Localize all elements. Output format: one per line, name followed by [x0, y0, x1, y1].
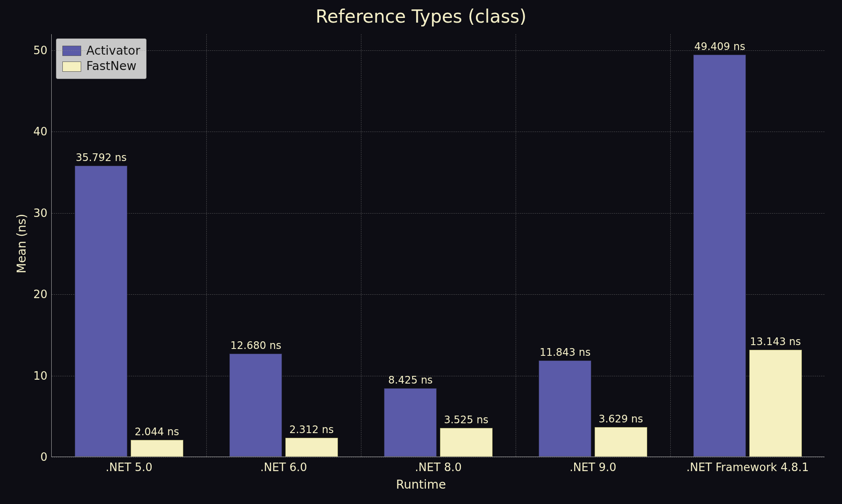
x-tick-label: .NET 6.0	[260, 457, 307, 474]
chart-title: Reference Types (class)	[0, 6, 842, 27]
grid-line	[516, 34, 516, 457]
bar-value-label: 12.680 ns	[230, 340, 281, 352]
legend-label-fastnew: FastNew	[86, 59, 136, 74]
y-tick-label: 30	[33, 207, 52, 220]
y-axis-label: Mean (ns)	[15, 214, 29, 273]
legend-swatch-fastnew	[62, 62, 81, 72]
x-axis-label: Runtime	[0, 478, 842, 492]
y-tick-label: 0	[40, 451, 52, 463]
legend-item-fastnew: FastNew	[62, 59, 140, 74]
legend-label-activator: Activator	[86, 43, 140, 59]
bar-fastnew	[595, 427, 647, 457]
legend-item-activator: Activator	[62, 43, 140, 59]
y-tick-label: 40	[33, 125, 52, 138]
bar-value-label: 3.525 ns	[444, 414, 488, 427]
bar-value-label: 8.425 ns	[388, 374, 433, 387]
x-tick-label: .NET 5.0	[106, 457, 153, 474]
y-tick-label: 20	[33, 288, 52, 301]
bar-activator	[693, 55, 746, 457]
bar-value-label: 11.843 ns	[540, 346, 590, 359]
bar-activator	[384, 388, 437, 457]
chart-frame: Reference Types (class) Mean (ns) Activa…	[0, 0, 842, 504]
bar-value-label: 2.312 ns	[289, 424, 334, 437]
legend-swatch-activator	[62, 46, 81, 56]
grid-line	[670, 34, 671, 457]
grid-line	[206, 34, 207, 457]
bar-fastnew	[285, 438, 338, 457]
bar-fastnew	[131, 440, 183, 457]
bar-value-label: 3.629 ns	[598, 413, 643, 426]
bar-activator	[75, 166, 127, 457]
bar-activator	[229, 354, 282, 457]
grid-line	[361, 34, 361, 457]
y-tick-label: 10	[33, 369, 52, 382]
bar-activator	[539, 360, 591, 457]
x-tick-label: .NET Framework 4.8.1	[687, 457, 809, 474]
x-tick-label: .NET 9.0	[569, 457, 616, 474]
bar-value-label: 2.044 ns	[135, 426, 179, 439]
bar-value-label: 35.792 ns	[76, 152, 126, 164]
bar-fastnew	[749, 350, 802, 457]
plot-area: Activator FastNew 01020304050.NET 5.035.…	[51, 34, 824, 457]
legend: Activator FastNew	[56, 38, 147, 79]
bar-value-label: 13.143 ns	[750, 336, 801, 349]
x-tick-label: .NET 8.0	[415, 457, 462, 474]
y-tick-label: 50	[33, 44, 52, 57]
bar-value-label: 49.409 ns	[694, 41, 745, 53]
bar-fastnew	[440, 428, 493, 457]
